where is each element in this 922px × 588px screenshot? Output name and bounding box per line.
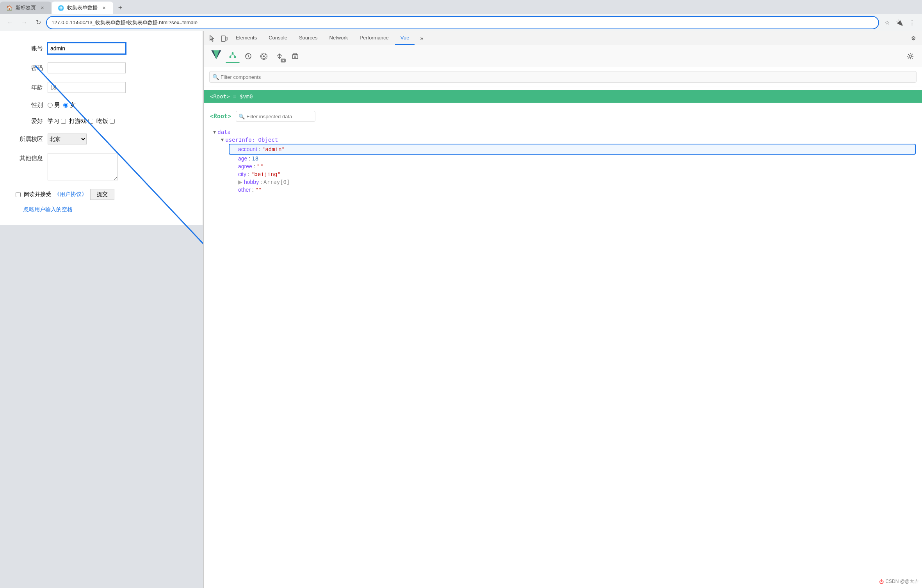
inspector-root-name: Root	[214, 113, 228, 120]
other-label: 其他信息	[16, 153, 43, 162]
tab-sources[interactable]: Sources	[294, 31, 323, 45]
menu-icon[interactable]: ⋮	[906, 17, 917, 28]
other-value: ""	[255, 187, 262, 193]
hobby-game-checkbox[interactable]	[88, 119, 93, 124]
age-label: 年龄	[16, 84, 43, 91]
gender-female-label: 女	[70, 102, 76, 109]
tab-elements[interactable]: Elements	[230, 31, 262, 45]
inspector-filter-icon: 🔍	[239, 114, 245, 119]
form-section-wrapper: 账号 密码 年龄 性别	[0, 31, 203, 588]
password-label: 密码	[16, 64, 43, 72]
svg-line-8	[233, 54, 235, 56]
inspector-root-label: <Root>	[210, 113, 231, 120]
add-tab-button[interactable]: +	[115, 2, 126, 13]
inspector-filter-input[interactable]	[236, 111, 315, 122]
devtools-tab-bar: Elements Console Sources Network Perform…	[204, 31, 922, 45]
age-input[interactable]	[48, 82, 126, 93]
extension-icon[interactable]: 🔌	[894, 17, 905, 28]
main-content: 账号 密码 年龄 性别	[0, 31, 922, 588]
svg-point-18	[909, 55, 911, 57]
root-component-item[interactable]: <Root> = $vm0	[204, 90, 922, 103]
submit-button[interactable]: 提交	[90, 189, 114, 200]
age-data-row: age : 18	[229, 155, 916, 162]
account-value: "admin"	[262, 146, 285, 152]
back-button[interactable]: ←	[5, 17, 16, 28]
account-key: account	[238, 146, 257, 152]
hobby-expand-arrow[interactable]: ▶	[238, 179, 242, 185]
userinfo-expand-key[interactable]: ▼ userInfo: Object	[221, 136, 916, 144]
gender-female-item: 女	[63, 102, 76, 109]
campus-label: 所属校区	[16, 135, 43, 143]
other-textarea[interactable]	[48, 153, 118, 180]
gender-row: 性别 男 女	[16, 102, 187, 109]
csdn-watermark: ⏻ CSDN @@大吉	[879, 578, 919, 585]
vue-history-icon[interactable]	[241, 49, 255, 63]
data-expand-arrow: ▼	[213, 129, 216, 135]
vue-router-icon[interactable]: ▼	[272, 49, 287, 63]
vue-settings-icon[interactable]	[903, 49, 917, 63]
settings-icon[interactable]: ⚙	[908, 33, 919, 44]
url-bar[interactable]	[47, 17, 878, 29]
vue-component-tree-icon[interactable]	[226, 49, 240, 63]
city-data-row: city : "beijing"	[229, 170, 916, 178]
more-tabs-icon[interactable]: »	[416, 33, 427, 44]
filter-wrap: 🔍	[209, 71, 917, 83]
data-section: ▼ data ▼ userInfo: Object account	[213, 128, 916, 194]
gender-male-radio[interactable]	[48, 103, 53, 108]
inspector-root-angle-close: >	[228, 113, 231, 120]
tab-label-1: 新标签页	[16, 4, 36, 11]
tab-close-1[interactable]: ✕	[39, 5, 45, 11]
hobby-food-item: 吃饭	[96, 118, 115, 125]
forward-button[interactable]: →	[19, 17, 30, 28]
hobby-value: Array[0]	[263, 179, 290, 185]
inspector-filter-wrap: 🔍	[236, 111, 916, 122]
tab-performance[interactable]: Performance	[354, 31, 394, 45]
hobbies-label: 爱好	[16, 118, 43, 125]
tab-label-2: 收集表单数据	[67, 4, 98, 11]
data-expand-key[interactable]: ▼ data	[213, 128, 916, 136]
tab-console[interactable]: Console	[263, 31, 293, 45]
vue-performance-icon[interactable]	[257, 49, 271, 63]
vue-toolbar: ▼	[204, 45, 922, 67]
agree-link[interactable]: 《用户协议》	[54, 191, 87, 198]
account-label: 账号	[16, 45, 43, 52]
password-row: 密码	[16, 62, 187, 73]
agree-value: ""	[257, 163, 263, 169]
csdn-label: CSDN @@大吉	[885, 578, 919, 585]
agree-row: 阅读并接受 《用户协议》 提交	[16, 189, 187, 200]
vue-store-icon[interactable]	[288, 49, 302, 63]
hobbies-checkbox-group: 学习 打游戏 吃饭	[48, 118, 115, 125]
gender-female-radio[interactable]	[63, 103, 68, 108]
tab-network[interactable]: Network	[324, 31, 354, 45]
hobby-data-row: ▶ hobby : Array[0]	[229, 178, 916, 186]
password-input[interactable]	[48, 62, 126, 73]
tab-favicon-2: 🌐	[58, 5, 64, 11]
gender-male-label: 男	[54, 102, 60, 109]
address-bar: ← → ↻ ☆ 🔌 ⋮	[0, 14, 922, 31]
inspector-header: <Root> 🔍	[210, 111, 916, 122]
tab-close-2[interactable]: ✕	[101, 5, 107, 11]
hobby-food-label: 吃饭	[96, 118, 108, 125]
tab-form[interactable]: 🌐 收集表单数据 ✕	[52, 2, 113, 14]
devtools-panel: Elements Console Sources Network Perform…	[203, 31, 922, 588]
filter-components-input[interactable]	[209, 71, 917, 83]
hobby-food-checkbox[interactable]	[110, 119, 115, 124]
inspect-element-icon[interactable]	[207, 33, 218, 44]
device-toolbar-icon[interactable]	[219, 33, 230, 44]
agree-checkbox[interactable]	[16, 192, 21, 197]
account-input[interactable]	[48, 43, 126, 54]
campus-select[interactable]: 北京 上海 广州 深圳	[48, 134, 87, 144]
tab-bar: 🏠 新标签页 ✕ 🌐 收集表单数据 ✕ +	[0, 0, 922, 14]
svg-point-4	[232, 52, 234, 54]
hobby-key: hobby	[244, 179, 259, 185]
refresh-button[interactable]: ↻	[33, 17, 44, 28]
svg-rect-2	[221, 36, 225, 41]
tab-vue[interactable]: Vue	[395, 31, 415, 45]
hobby-study-checkbox[interactable]	[61, 119, 66, 124]
hobby-study-label: 学习	[48, 118, 59, 125]
age-value: 18	[252, 155, 258, 162]
userinfo-expand-arrow: ▼	[221, 137, 224, 143]
bookmark-icon[interactable]: ☆	[881, 17, 892, 28]
browser-window: 🏠 新标签页 ✕ 🌐 收集表单数据 ✕ + ← → ↻ ☆ 🔌 ⋮ 账号	[0, 0, 922, 588]
tab-newtab[interactable]: 🏠 新标签页 ✕	[0, 2, 52, 14]
